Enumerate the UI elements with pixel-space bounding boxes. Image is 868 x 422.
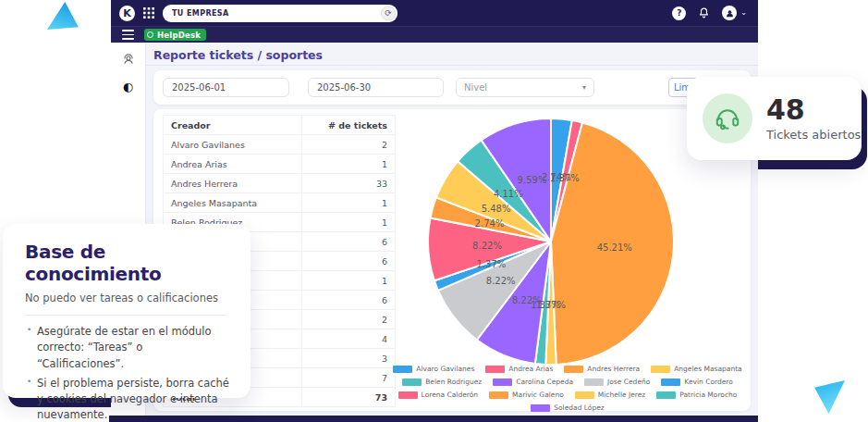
knowledge-bullet: Asegúrate de estar en el módulo correcto… xyxy=(25,324,232,372)
creator-cell: Andrea Arias xyxy=(164,155,302,173)
pie-label: 45.21% xyxy=(597,242,632,253)
legend-swatch xyxy=(531,404,550,412)
legend-item[interactable]: Andrea Arias xyxy=(485,365,553,373)
legend-label: Alvaro Gavilanes xyxy=(416,365,474,373)
legend-item[interactable]: Patricia Morocho xyxy=(656,391,737,399)
legend-item[interactable]: Marivic Galeno xyxy=(489,391,564,399)
title-divider xyxy=(146,65,758,66)
refresh-icon[interactable]: ⟳ xyxy=(381,6,396,20)
legend-swatch xyxy=(661,379,680,386)
knowledge-base-card: Base de conocimiento No puedo ver tareas… xyxy=(3,224,251,398)
legend-label: Carolina Cepeda xyxy=(516,378,573,386)
pie-label: 9.59% xyxy=(518,175,547,185)
topbar: K ⟳ ? xyxy=(111,0,758,26)
module-bar: HelpDesk xyxy=(111,26,758,43)
open-tickets-card: 48 Tickets abiertos xyxy=(687,77,862,160)
menu-icon[interactable] xyxy=(122,30,134,39)
help-icon[interactable]: ? xyxy=(672,6,686,20)
legend-item[interactable]: Alvaro Gavilanes xyxy=(393,365,474,373)
legend-swatch xyxy=(393,366,412,373)
knowledge-subtitle: No puedo ver tareas o calificaciones xyxy=(25,292,232,304)
knowledge-title: Base de conocimiento xyxy=(25,241,232,285)
user-menu[interactable]: ⌄ xyxy=(722,6,747,20)
level-select[interactable]: Nivel ▾ xyxy=(456,78,594,97)
table-row: Andres Herrera33 xyxy=(164,174,395,193)
notifications-bell-icon[interactable] xyxy=(698,6,710,19)
legend-item[interactable]: Angeles Masapanta xyxy=(651,365,741,373)
legend-label: Lorena Calderón xyxy=(422,391,478,399)
legend-label: Michelle Jerez xyxy=(598,391,646,399)
legend-swatch xyxy=(564,366,583,373)
pie-label: 1.37% xyxy=(477,259,507,269)
chart-legend: Alvaro GavilanesAndrea AriasAndres Herre… xyxy=(379,365,756,416)
legend-item[interactable]: Lorena Calderón xyxy=(398,391,478,399)
legend-item[interactable]: Andres Herrera xyxy=(564,365,640,373)
count-cell: 1 xyxy=(302,271,395,290)
legend-row: Lorena CalderónMarivic GalenoMichelle Je… xyxy=(379,391,756,399)
decorative-triangle-bottom-right xyxy=(813,380,845,415)
open-tickets-label: Tickets abiertos xyxy=(766,128,861,142)
creator-cell: Angeles Masapanta xyxy=(164,193,302,212)
knowledge-bullet-list: Asegúrate de estar en el módulo correcto… xyxy=(25,324,232,422)
decorative-triangle-top-left xyxy=(47,2,79,31)
legend-swatch xyxy=(493,379,512,386)
chevron-down-icon: ▾ xyxy=(582,83,586,92)
legend-label: Andres Herrera xyxy=(587,365,640,373)
count-cell: 6 xyxy=(302,252,395,270)
table-header-row: Creador # de tickets xyxy=(164,116,395,135)
company-search: ⟳ xyxy=(163,5,397,22)
legend-swatch xyxy=(575,391,594,399)
page-title: Reporte tickets / soportes xyxy=(153,48,323,62)
legend-swatch xyxy=(651,366,670,373)
chevron-down-icon: ⌄ xyxy=(740,9,747,17)
legend-label: Angeles Masapanta xyxy=(674,365,741,373)
legend-label: Patricia Morocho xyxy=(679,391,737,399)
date-to-input[interactable] xyxy=(308,78,444,97)
creator-cell: Alvaro Gavilanes xyxy=(164,135,302,154)
pie-label: 8.22% xyxy=(472,241,502,251)
filter-panel: Nivel ▾ Limpiar xyxy=(153,70,751,105)
count-cell: 2 xyxy=(302,135,395,154)
pie-label: 8.22% xyxy=(486,276,516,286)
legend-item[interactable]: Belen Rodriguez xyxy=(402,378,482,386)
headset-icon xyxy=(714,105,741,132)
table-header-creator: Creador xyxy=(164,116,302,134)
count-cell: 4 xyxy=(302,329,395,348)
count-cell: 1 xyxy=(302,213,395,231)
pie-label: 8.22% xyxy=(512,295,542,305)
date-from-input[interactable] xyxy=(163,78,289,97)
legend-swatch xyxy=(398,391,418,399)
legend-item[interactable]: Jose Cedeño xyxy=(584,378,650,386)
legend-item[interactable]: Carolina Cepeda xyxy=(493,378,573,386)
pie-chart: 2.74%1.37%45.21%1.37%1.37%8.22%8.22%1.37… xyxy=(422,112,680,371)
pie-label: 5.48% xyxy=(482,204,511,214)
helpdesk-badge-label: HelpDesk xyxy=(157,31,201,40)
pie-label: 2.74% xyxy=(475,218,505,229)
table-header-count: # de tickets xyxy=(302,116,395,134)
legend-label: Kevin Cordero xyxy=(684,378,732,386)
legend-item[interactable]: Soledad López xyxy=(531,403,605,412)
open-tickets-stat: 48 Tickets abiertos xyxy=(766,96,861,142)
pie-label: 1.37% xyxy=(550,173,580,183)
legend-swatch xyxy=(402,379,422,386)
legend-row: Belen RodriguezCarolina CepedaJose Cedeñ… xyxy=(379,378,756,386)
legend-item[interactable]: Michelle Jerez xyxy=(575,391,646,399)
support-agent-icon[interactable] xyxy=(122,52,135,65)
level-select-placeholder: Nivel xyxy=(464,82,487,93)
contrast-icon[interactable]: ◐ xyxy=(122,80,135,93)
helpdesk-badge[interactable]: HelpDesk xyxy=(144,29,206,41)
legend-item[interactable]: Kevin Cordero xyxy=(661,378,732,386)
legend-label: Belen Rodriguez xyxy=(425,378,482,386)
avatar xyxy=(722,6,737,20)
count-cell: 1 xyxy=(302,155,395,173)
brand-logo[interactable]: K xyxy=(119,6,135,21)
company-search-input[interactable] xyxy=(172,9,377,18)
legend-label: Soledad López xyxy=(554,403,605,412)
count-cell: 1 xyxy=(302,193,395,212)
headset-icon-circle xyxy=(703,93,752,143)
apps-grid-icon[interactable] xyxy=(143,7,154,19)
count-cell: 33 xyxy=(302,174,395,192)
legend-swatch xyxy=(489,391,508,399)
screenshot-stage: K ⟳ ? xyxy=(0,0,868,422)
legend-row: Soledad López xyxy=(379,403,756,412)
